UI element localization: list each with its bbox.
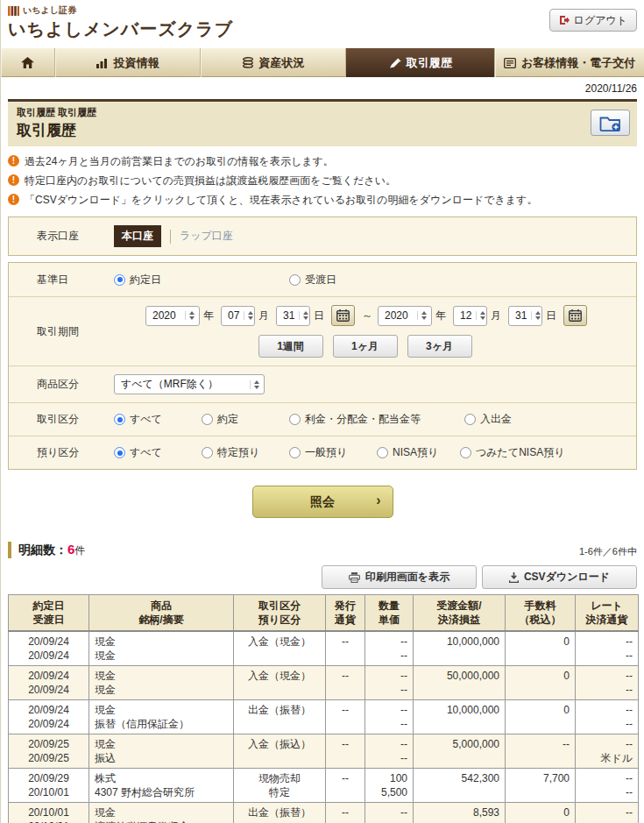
table-cell: -- <box>326 734 365 769</box>
csv-download-button[interactable]: CSVダウンロード <box>482 565 637 589</box>
radio-base-date-ukewatashi[interactable]: 受渡日 <box>289 273 336 287</box>
table-row: 20/10/0120/10/01現金譲渡益税源泉徴収金出金（振替）------8… <box>9 803 639 823</box>
radio-trade-dividends[interactable]: 利金・分配金・配当金等 <box>289 412 464 427</box>
to-day-value: 31 <box>515 309 527 322</box>
radio-deposit-ippan[interactable]: 一般預り <box>289 445 377 460</box>
exclamation-icon <box>8 174 19 186</box>
print-view-button[interactable]: 印刷用画面を表示 <box>322 565 477 589</box>
radio-trade-all[interactable]: すべて <box>114 412 202 427</box>
radio-deposit-all[interactable]: すべて <box>114 445 202 460</box>
from-month-select[interactable]: 07 <box>221 306 255 326</box>
table-cell: ---- <box>576 700 639 734</box>
nav-tab-label: 投資情報 <box>114 55 159 71</box>
folder-add-button[interactable] <box>591 110 630 136</box>
from-calendar-button[interactable] <box>331 305 355 326</box>
filter-form-box: 基準日 約定日 受渡日 取引期間 2020 年 07 月 <box>8 262 637 470</box>
table-cell: 10,000,000 <box>414 700 506 734</box>
radio-icon <box>460 447 471 458</box>
radio-deposit-tokutei[interactable]: 特定預り <box>202 445 289 460</box>
title-band: 取引履歴 取引履歴 取引履歴 <box>8 99 637 146</box>
results-actions: 印刷用画面を表示 CSVダウンロード <box>8 565 637 589</box>
to-day-select[interactable]: 31 <box>508 306 542 326</box>
account-row: 表示口座 本口座 ラップ口座 <box>9 217 636 255</box>
table-cell: -- <box>326 631 365 666</box>
from-year-select[interactable]: 2020 <box>145 306 200 326</box>
note-line: 「CSVダウンロード」をクリックして頂くと、現在表示されているお取引の明細をダウ… <box>8 193 637 208</box>
table-cell: 0 <box>506 631 576 666</box>
table-cell: -- <box>326 666 365 700</box>
coins-icon <box>242 57 254 68</box>
table-row: 20/09/2420/09/24現金現金入金（現金）------50,000,0… <box>9 666 639 700</box>
nav-tab-customer[interactable]: お客様情報・電子交付 <box>495 48 644 77</box>
table-cell: ---- <box>365 631 414 666</box>
radio-trade-yakujo[interactable]: 約定 <box>202 412 289 427</box>
pen-icon <box>389 58 401 68</box>
table-header-cell: 受渡金額/決済損益 <box>414 595 506 632</box>
note-text: 特定口座内のお取引についての売買損益は譲渡益税履歴画面をご覧ください。 <box>25 174 396 188</box>
table-cell: 20/09/2520/09/25 <box>9 734 89 769</box>
radio-deposit-tsumitate-nisa[interactable]: つみたてNISA預り <box>460 445 564 460</box>
radio-checked-icon <box>114 447 125 458</box>
table-cell: -- <box>506 734 576 769</box>
table-header-cell: レート決済通貨 <box>576 595 639 632</box>
product-label: 商品区分 <box>37 377 114 392</box>
page-title: 取引履歴 <box>17 120 628 140</box>
table-header-cell: 約定日受渡日 <box>9 595 89 632</box>
month-unit: 月 <box>258 309 269 323</box>
wrap-account-link[interactable]: ラップ口座 <box>180 229 233 244</box>
nav-tab-home[interactable] <box>1 48 55 77</box>
exclamation-icon <box>8 155 19 167</box>
radio-base-date-yakujo[interactable]: 約定日 <box>114 273 289 287</box>
to-month-select[interactable]: 12 <box>453 306 487 326</box>
select-arrows-icon <box>299 311 308 320</box>
radio-label: 約定 <box>217 412 238 427</box>
product-select[interactable]: すべて（MRF除く） <box>114 374 265 394</box>
submit-area: 照会 <box>1 476 644 518</box>
table-cell: 542,300 <box>414 769 506 803</box>
bar-chart-icon <box>96 58 109 68</box>
trade-type-label: 取引区分 <box>37 412 114 427</box>
table-cell: ---- <box>365 734 414 769</box>
brand-stripes-icon <box>8 6 19 16</box>
to-year-select[interactable]: 2020 <box>378 306 432 326</box>
breadcrumb: 取引履歴 取引履歴 <box>17 106 628 119</box>
table-header-cell: 商品銘柄/摘要 <box>89 595 234 632</box>
home-icon <box>21 57 34 68</box>
main-account-tab[interactable]: 本口座 <box>114 225 161 247</box>
radio-icon <box>289 274 301 286</box>
radio-icon <box>289 447 301 458</box>
logout-button[interactable]: ログアウト <box>549 9 637 32</box>
table-row: 20/09/2420/09/24現金振替（信用保証金）出金（振替）------1… <box>9 700 639 734</box>
csv-label: CSVダウンロード <box>524 570 610 585</box>
deposit-type-row: 預り区分 すべて 特定預り 一般預り NISA預り <box>9 436 636 469</box>
note-text: 「CSVダウンロード」をクリックして頂くと、現在表示されているお取引の明細をダウ… <box>25 193 537 208</box>
radio-label: NISA預り <box>393 445 438 460</box>
radio-trade-deposit-withdraw[interactable]: 入出金 <box>464 412 512 427</box>
nav-tab-history[interactable]: 取引履歴 <box>346 48 495 77</box>
nav-tab-invest[interactable]: 投資情報 <box>55 48 201 77</box>
note-text: 過去24ヶ月と当月の前営業日までのお取引の情報を表示します。 <box>25 154 334 169</box>
table-cell: 株式4307 野村総合研究所 <box>89 769 234 803</box>
period-label: 取引期間 <box>37 324 114 339</box>
table-cell: -- <box>326 803 365 823</box>
table-cell: 8,593 <box>414 803 506 823</box>
radio-label: すべて <box>130 412 162 427</box>
print-label: 印刷用画面を表示 <box>365 570 449 585</box>
radio-deposit-nisa[interactable]: NISA預り <box>377 445 460 460</box>
table-cell: 50,000,000 <box>414 666 506 700</box>
table-cell: 0 <box>506 700 576 734</box>
from-day-select[interactable]: 31 <box>276 306 310 326</box>
table-row: 20/09/2520/09/25現金振込入金（振込）------5,000,00… <box>9 734 639 769</box>
period-1month-button[interactable]: 1ヶ月 <box>333 335 398 358</box>
base-date-label: 基準日 <box>37 273 114 287</box>
period-3month-button[interactable]: 3ヶ月 <box>407 335 472 358</box>
period-1week-button[interactable]: 1週間 <box>258 335 323 358</box>
nav-tab-assets[interactable]: 資産状況 <box>201 48 347 77</box>
radio-checked-icon <box>114 414 125 425</box>
to-calendar-button[interactable] <box>563 305 587 326</box>
search-submit-button[interactable]: 照会 <box>252 486 393 518</box>
nav-tab-label: お客様情報・電子交付 <box>521 55 635 71</box>
table-row: 20/09/2420/09/24現金現金入金（現金）------10,000,0… <box>9 631 639 666</box>
results-table: 約定日受渡日商品銘柄/摘要取引区分預り区分発行通貨数量単価受渡金額/決済損益手数… <box>8 594 639 823</box>
account-filter-box: 表示口座 本口座 ラップ口座 <box>8 216 637 256</box>
